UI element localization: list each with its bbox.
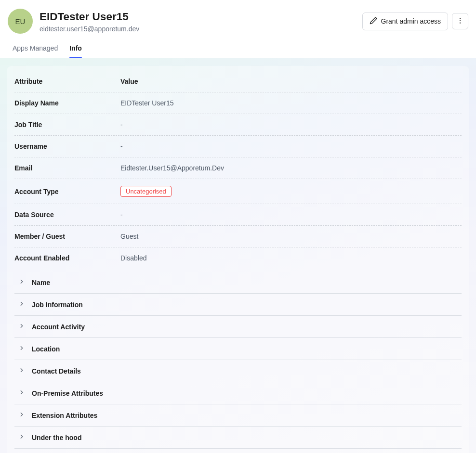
page-title: EIDTester User15 bbox=[40, 10, 139, 24]
table-row: Account Enabled Disabled bbox=[14, 247, 462, 269]
attr-label: Data Source bbox=[14, 211, 120, 219]
accordion-job-information[interactable]: Job Information bbox=[14, 294, 462, 316]
accordion-label: Account Activity bbox=[32, 323, 85, 331]
attr-label: Member / Guest bbox=[14, 233, 120, 240]
accordion-extension-attributes[interactable]: Extension Attributes bbox=[14, 404, 462, 427]
attr-value: - bbox=[120, 142, 462, 150]
tabs: Apps Managed Info bbox=[0, 34, 476, 58]
accordion-list: Name Job Information Account Activity Lo… bbox=[14, 272, 462, 449]
more-options-button[interactable] bbox=[452, 13, 468, 29]
accordion-contact-details[interactable]: Contact Details bbox=[14, 360, 462, 382]
tab-info[interactable]: Info bbox=[69, 44, 82, 58]
attr-value: Eidtester.User15@Apporetum.Dev bbox=[120, 164, 462, 172]
more-vertical-icon bbox=[456, 17, 464, 26]
chevron-right-icon bbox=[18, 389, 25, 397]
table-row: Account Type Uncategorised bbox=[14, 179, 462, 204]
accordion-label: On-Premise Attributes bbox=[32, 389, 103, 397]
accordion-label: Job Information bbox=[32, 301, 83, 309]
accordion-label: Under the hood bbox=[32, 434, 81, 441]
pencil-icon bbox=[370, 17, 377, 26]
attr-value: - bbox=[120, 121, 462, 129]
page-header: EU EIDTester User15 eidtester.user15@app… bbox=[0, 0, 476, 34]
accordion-label: Extension Attributes bbox=[32, 412, 97, 419]
content-area: Attribute Value Display Name EIDTester U… bbox=[0, 58, 476, 453]
grant-admin-access-button[interactable]: Grant admin access bbox=[362, 13, 449, 30]
col-header-value: Value bbox=[120, 78, 462, 85]
account-type-badge: Uncategorised bbox=[120, 186, 172, 197]
attr-label: Job Title bbox=[14, 121, 120, 129]
attr-value: Guest bbox=[120, 233, 462, 240]
attr-label: Email bbox=[14, 164, 120, 172]
svg-point-0 bbox=[460, 18, 461, 19]
table-row: Job Title - bbox=[14, 114, 462, 136]
attr-value: Disabled bbox=[120, 254, 462, 262]
table-header-row: Attribute Value bbox=[14, 71, 462, 92]
attr-label: Username bbox=[14, 142, 120, 150]
avatar: EU bbox=[8, 9, 33, 34]
header-actions: Grant admin access bbox=[362, 13, 469, 30]
table-row: Display Name EIDTester User15 bbox=[14, 92, 462, 114]
page-subtitle: eidtester.user15@apporetum.dev bbox=[40, 25, 139, 33]
attribute-table: Attribute Value Display Name EIDTester U… bbox=[14, 71, 462, 269]
chevron-right-icon bbox=[18, 345, 25, 353]
avatar-initials: EU bbox=[15, 17, 26, 26]
accordion-location[interactable]: Location bbox=[14, 338, 462, 360]
col-header-attribute: Attribute bbox=[14, 78, 120, 85]
info-card: Attribute Value Display Name EIDTester U… bbox=[7, 66, 469, 453]
table-row: Username - bbox=[14, 136, 462, 157]
accordion-label: Contact Details bbox=[32, 367, 81, 375]
accordion-name[interactable]: Name bbox=[14, 272, 462, 294]
chevron-right-icon bbox=[18, 411, 25, 419]
chevron-right-icon bbox=[18, 323, 25, 331]
header-identity: EU EIDTester User15 eidtester.user15@app… bbox=[8, 9, 139, 34]
attr-value: Uncategorised bbox=[120, 186, 462, 197]
table-row: Data Source - bbox=[14, 204, 462, 226]
attr-label: Account Enabled bbox=[14, 254, 120, 262]
accordion-label: Location bbox=[32, 345, 60, 353]
attr-label: Display Name bbox=[14, 99, 120, 107]
accordion-on-premise-attributes[interactable]: On-Premise Attributes bbox=[14, 382, 462, 404]
accordion-label: Name bbox=[32, 279, 50, 286]
attr-value: - bbox=[120, 211, 462, 219]
tab-apps-managed[interactable]: Apps Managed bbox=[13, 44, 58, 58]
accordion-account-activity[interactable]: Account Activity bbox=[14, 316, 462, 338]
title-block: EIDTester User15 eidtester.user15@appore… bbox=[40, 10, 139, 32]
table-row: Member / Guest Guest bbox=[14, 226, 462, 247]
attr-value: EIDTester User15 bbox=[120, 99, 462, 107]
svg-point-2 bbox=[460, 22, 461, 23]
svg-point-1 bbox=[460, 20, 461, 21]
attr-label: Account Type bbox=[14, 188, 120, 195]
grant-admin-label: Grant admin access bbox=[381, 17, 441, 25]
accordion-under-the-hood[interactable]: Under the hood bbox=[14, 427, 462, 449]
chevron-right-icon bbox=[18, 278, 25, 286]
chevron-right-icon bbox=[18, 433, 25, 441]
chevron-right-icon bbox=[18, 367, 25, 375]
table-row: Email Eidtester.User15@Apporetum.Dev bbox=[14, 157, 462, 179]
chevron-right-icon bbox=[18, 300, 25, 309]
